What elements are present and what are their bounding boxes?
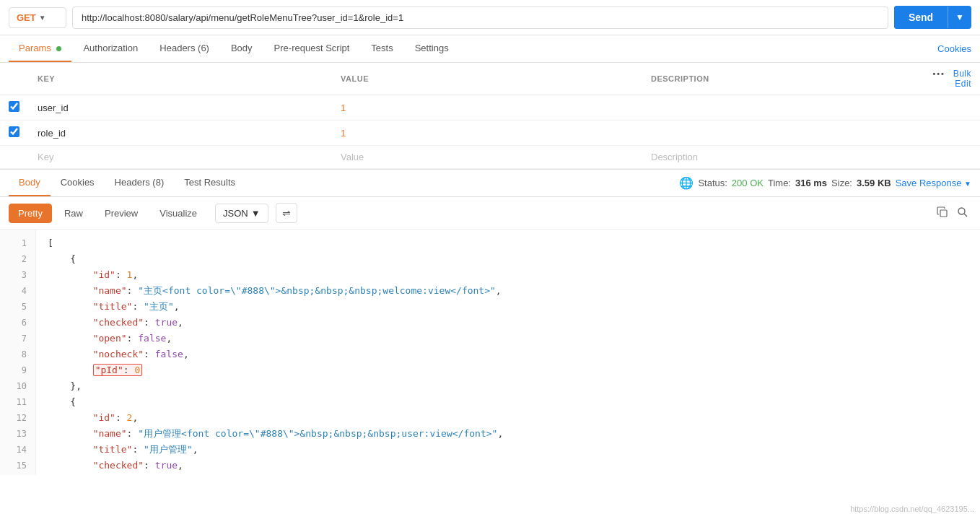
svg-rect-0 (940, 210, 947, 217)
table-row: role_id 1 (0, 121, 980, 146)
request-tabs: Params Authorization Headers (6) Body Pr… (0, 35, 980, 63)
code-line-1: [ (48, 235, 968, 251)
status-label: Status: (698, 178, 727, 188)
more-options-icon[interactable]: ••• (932, 69, 945, 78)
empty-description-placeholder: Description (651, 152, 698, 162)
code-line-2: { (48, 251, 968, 267)
response-tab-body[interactable]: Body (9, 170, 51, 196)
bulk-edit-button[interactable]: Bulk Edit (953, 69, 971, 89)
response-section: Body Cookies Headers (8) Test Results 🌐 … (0, 169, 980, 475)
tab-tests[interactable]: Tests (361, 35, 403, 62)
key-header: KEY (29, 63, 332, 95)
row2-checkbox[interactable] (9, 126, 19, 137)
code-line-11: { (48, 394, 968, 410)
visualize-button[interactable]: Visualize (150, 204, 206, 223)
code-area[interactable]: 1 2 3 4 5 6 7 8 9 10 11 12 13 14 15 [ { … (0, 230, 980, 475)
time-label: Time: (768, 178, 791, 188)
format-chevron-icon: ▼ (251, 208, 261, 219)
raw-button[interactable]: Raw (55, 204, 92, 223)
row1-value: 1 (341, 103, 346, 113)
value-header: VALUE (332, 63, 642, 95)
row2-key: role_id (38, 128, 66, 139)
response-status-area: 🌐 Status: 200 OK Time: 316 ms Size: 3.59… (679, 176, 971, 190)
preview-button[interactable]: Preview (95, 204, 147, 223)
format-row: Pretty Raw Preview Visualize JSON ▼ ⇌ (0, 197, 980, 230)
response-tab-test-results[interactable]: Test Results (174, 170, 245, 196)
row1-checkbox[interactable] (9, 101, 19, 112)
copy-icon (937, 206, 948, 218)
table-row: user_id 1 (0, 95, 980, 121)
send-button-group: Send ▼ (894, 6, 971, 29)
format-label: JSON (223, 208, 248, 219)
send-button[interactable]: Send (894, 6, 948, 29)
row1-key: user_id (38, 103, 69, 113)
copy-button[interactable] (934, 204, 951, 223)
code-line-13: "name": "用户管理<font color=\"#888\">&nbsp;… (48, 426, 968, 442)
svg-point-1 (958, 208, 965, 214)
code-content: [ { "id": 1, "name": "主页<font color=\"#8… (36, 230, 980, 475)
size-value: 3.59 KB (857, 178, 891, 188)
pretty-button[interactable]: Pretty (9, 204, 52, 223)
url-input[interactable] (72, 6, 888, 29)
tab-authorization[interactable]: Authorization (73, 35, 148, 62)
code-line-14: "title": "用户管理", (48, 442, 968, 458)
wrap-button[interactable]: ⇌ (276, 203, 297, 223)
tab-headers[interactable]: Headers (6) (149, 35, 219, 62)
save-response-chevron-icon: ▼ (964, 180, 971, 188)
time-value: 316 ms (795, 178, 827, 188)
params-dot-icon (56, 46, 61, 51)
code-line-12: "id": 2, (48, 410, 968, 426)
code-line-5: "title": "主页", (48, 299, 968, 315)
tab-settings[interactable]: Settings (405, 35, 459, 62)
highlighted-pid: "pId": 0 (93, 364, 143, 376)
save-response-button[interactable]: Save Response ▼ (896, 178, 971, 188)
code-line-3: "id": 1, (48, 267, 968, 283)
row2-value: 1 (341, 128, 346, 139)
search-button[interactable] (954, 204, 971, 223)
response-tab-headers[interactable]: Headers (8) (105, 170, 175, 196)
response-tabs: Body Cookies Headers (8) Test Results 🌐 … (0, 170, 980, 197)
globe-icon: 🌐 (679, 176, 694, 190)
empty-value-placeholder: Value (341, 152, 364, 162)
svg-line-2 (964, 214, 967, 217)
method-label: GET (17, 12, 36, 23)
code-line-15: "checked": true, (48, 458, 968, 474)
code-line-9: "pId": 0 (48, 362, 968, 378)
size-label: Size: (831, 178, 852, 188)
tab-body[interactable]: Body (221, 35, 263, 62)
method-chevron-icon: ▼ (39, 14, 46, 22)
search-icon (957, 206, 968, 218)
params-table: KEY VALUE DESCRIPTION ••• Bulk Edit user… (0, 63, 980, 169)
code-line-6: "checked": true, (48, 315, 968, 331)
status-value: 200 OK (732, 178, 764, 188)
response-tab-cookies[interactable]: Cookies (51, 170, 105, 196)
row2-description (642, 121, 922, 146)
description-header: DESCRIPTION (642, 63, 922, 95)
code-line-8: "nocheck": false, (48, 346, 968, 362)
table-row-empty: Key Value Description (0, 146, 980, 169)
tab-params[interactable]: Params (9, 35, 71, 62)
line-numbers: 1 2 3 4 5 6 7 8 9 10 11 12 13 14 15 (0, 230, 36, 475)
format-selector[interactable]: JSON ▼ (215, 204, 268, 223)
cookies-link[interactable]: Cookies (937, 36, 971, 61)
send-dropdown-button[interactable]: ▼ (948, 6, 971, 28)
method-selector[interactable]: GET ▼ (9, 7, 66, 28)
tab-prerequest[interactable]: Pre-request Script (264, 35, 360, 62)
code-line-7: "open": false, (48, 331, 968, 346)
code-line-10: }, (48, 378, 968, 394)
code-line-4: "name": "主页<font color=\"#888\">&nbsp;&n… (48, 283, 968, 299)
row1-description (642, 95, 922, 121)
empty-key-placeholder: Key (38, 152, 53, 162)
url-bar: GET ▼ Send ▼ (0, 0, 980, 35)
